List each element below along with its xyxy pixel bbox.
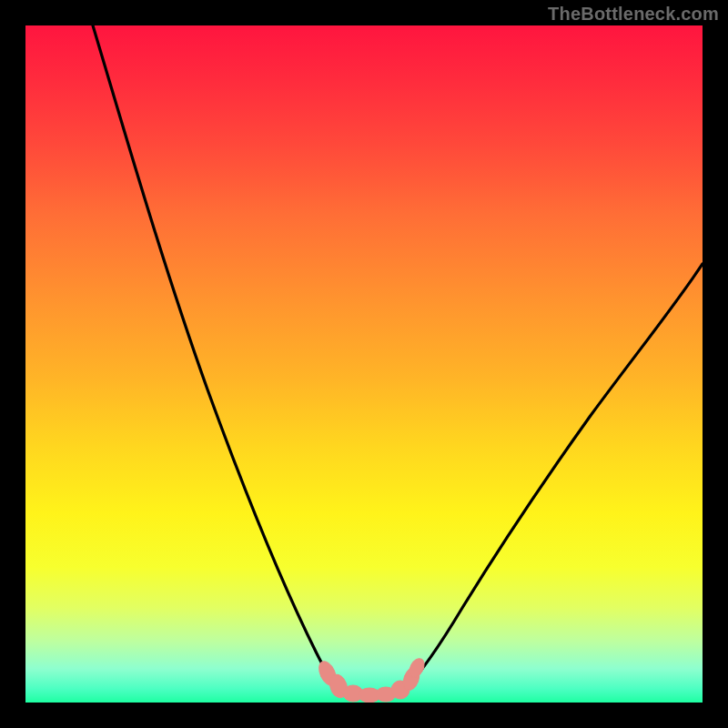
bottleneck-curve: [25, 25, 703, 703]
valley-markers: [316, 656, 428, 703]
chart-frame: TheBottleneck.com: [0, 0, 728, 728]
curve-right-branch: [406, 264, 703, 688]
curve-left-branch: [93, 25, 339, 688]
plot-area: [25, 25, 703, 703]
watermark-text: TheBottleneck.com: [548, 4, 719, 25]
